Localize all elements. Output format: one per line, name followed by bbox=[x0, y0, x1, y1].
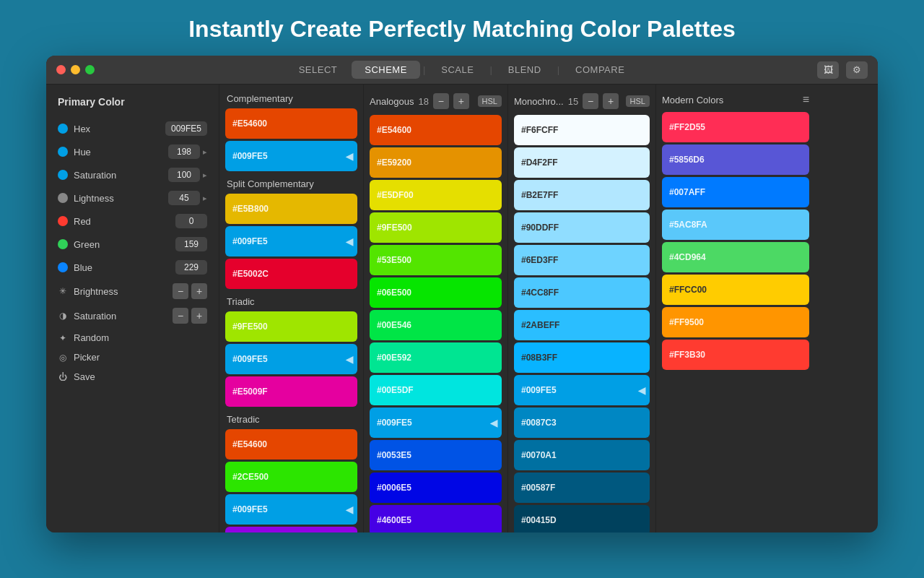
titlebar: SELECT SCHEME | SCALE | BLEND | COMPARE … bbox=[46, 56, 878, 85]
tetradic-color-3[interactable]: #9200E5 bbox=[225, 527, 357, 532]
mod-6[interactable]: #FF9500 bbox=[662, 307, 809, 337]
red-value[interactable]: 0 bbox=[175, 214, 207, 228]
ana-10[interactable]: #0053E5 bbox=[370, 440, 502, 470]
mono-0[interactable]: #F6FCFF bbox=[514, 115, 650, 145]
picker-icon: ◎ bbox=[58, 353, 68, 363]
comp-color-0[interactable]: #E54600 bbox=[225, 108, 357, 139]
hue-arrow[interactable]: ▸ bbox=[203, 147, 207, 157]
saturation-value[interactable]: 100 bbox=[168, 168, 200, 182]
analogous-col-header: Analogous 18 − + HSL bbox=[370, 93, 502, 109]
analogous-minus[interactable]: − bbox=[433, 93, 449, 109]
mono-5[interactable]: #4CC8FF bbox=[514, 277, 650, 308]
saturation2-minus[interactable]: − bbox=[173, 308, 188, 324]
hue-value[interactable]: 198 bbox=[168, 144, 200, 159]
saturation-arrow[interactable]: ▸ bbox=[203, 171, 207, 180]
ana-9[interactable]: #009FE5◀ bbox=[370, 407, 502, 438]
triadic-color-2[interactable]: #E5009F bbox=[225, 376, 357, 407]
mod-0[interactable]: #FF2D55 bbox=[662, 112, 809, 142]
tetradic-color-1[interactable]: #2CE500 bbox=[225, 462, 357, 492]
mono-1[interactable]: #D4F2FF bbox=[514, 147, 650, 178]
modern-menu-icon[interactable]: ≡ bbox=[803, 93, 809, 106]
sep1: | bbox=[423, 64, 425, 75]
titlebar-actions: 🖼 ⚙ bbox=[817, 61, 868, 79]
tetradic-color-2[interactable]: #009FE5◀ bbox=[225, 494, 357, 525]
mod-2[interactable]: #007AFF bbox=[662, 177, 809, 207]
split-color-2[interactable]: #E5002C bbox=[225, 259, 357, 289]
close-button[interactable] bbox=[56, 65, 66, 74]
ana-12[interactable]: #4600E5 bbox=[370, 505, 502, 532]
mono-12[interactable]: #00415D bbox=[514, 505, 650, 532]
green-value[interactable]: 159 bbox=[175, 237, 207, 251]
blue-value[interactable]: 229 bbox=[175, 260, 207, 275]
mono-10[interactable]: #0070A1 bbox=[514, 440, 650, 470]
ana-7[interactable]: #00E592 bbox=[370, 342, 502, 373]
red-label: Red bbox=[74, 216, 175, 227]
ana-5[interactable]: #06E500 bbox=[370, 277, 502, 308]
mono-7[interactable]: #08B3FF bbox=[514, 342, 650, 373]
maximize-button[interactable] bbox=[85, 65, 95, 74]
col-complementary: Complementary #E54600 #009FE5◀ Split Com… bbox=[219, 85, 364, 532]
ana-4[interactable]: #53E500 bbox=[370, 245, 502, 275]
saturation2-label: Saturation bbox=[74, 311, 173, 322]
triadic-color-1[interactable]: #009FE5◀ bbox=[225, 344, 357, 374]
comp-color-1[interactable]: #009FE5◀ bbox=[225, 141, 357, 171]
col-monochro: Monochro... 15 − + HSL #F6FCFF #D4F2FF #… bbox=[508, 85, 656, 532]
monochro-title: Monochro... bbox=[514, 96, 564, 107]
saturation2-plus[interactable]: + bbox=[191, 308, 207, 324]
analogous-title: Analogous bbox=[370, 96, 414, 107]
split-color-1[interactable]: #009FE5◀ bbox=[225, 226, 357, 256]
prop-blue: Blue 229 bbox=[55, 256, 210, 278]
monochro-plus[interactable]: + bbox=[603, 93, 619, 109]
triadic-color-0[interactable]: #9FE500 bbox=[225, 311, 357, 342]
ana-8[interactable]: #00E5DF bbox=[370, 375, 502, 405]
ana-3[interactable]: #9FE500 bbox=[370, 212, 502, 243]
sidebar: Primary Color Hex 009FE5 Hue 198 ▸ Satur… bbox=[46, 85, 219, 532]
tab-blend[interactable]: BLEND bbox=[495, 61, 554, 79]
mod-7[interactable]: #FF3B30 bbox=[662, 340, 809, 370]
monochro-hsl[interactable]: HSL bbox=[626, 95, 650, 107]
mono-4[interactable]: #6ED3FF bbox=[514, 245, 650, 275]
mod-3[interactable]: #5AC8FA bbox=[662, 210, 809, 240]
mono-9[interactable]: #0087C3 bbox=[514, 407, 650, 438]
mono-6[interactable]: #2ABEFF bbox=[514, 310, 650, 340]
mono-8[interactable]: #009FE5◀ bbox=[514, 375, 650, 405]
ana-6[interactable]: #00E546 bbox=[370, 310, 502, 340]
mono-3[interactable]: #90DDFF bbox=[514, 212, 650, 243]
mod-1[interactable]: #5856D6 bbox=[662, 144, 809, 175]
monochro-minus[interactable]: − bbox=[583, 93, 598, 109]
ana-2[interactable]: #E5DF00 bbox=[370, 180, 502, 210]
analogous-plus[interactable]: + bbox=[453, 93, 469, 109]
split-color-0[interactable]: #E5B800 bbox=[225, 194, 357, 224]
settings-icon[interactable]: ⚙ bbox=[846, 61, 868, 79]
green-label: Green bbox=[74, 239, 175, 250]
brightness-minus[interactable]: − bbox=[173, 283, 188, 299]
prop-red: Red 0 bbox=[55, 210, 210, 232]
tab-scheme[interactable]: SCHEME bbox=[352, 61, 420, 79]
hex-value[interactable]: 009FE5 bbox=[165, 121, 207, 136]
lightness-value[interactable]: 45 bbox=[168, 191, 200, 205]
prop-random[interactable]: ✦ Random bbox=[55, 329, 210, 347]
app-body: Primary Color Hex 009FE5 Hue 198 ▸ Satur… bbox=[46, 85, 878, 532]
prop-picker[interactable]: ◎ Picker bbox=[55, 348, 210, 366]
lightness-arrow[interactable]: ▸ bbox=[203, 194, 207, 203]
monochro-col-header: Monochro... 15 − + HSL bbox=[514, 93, 650, 109]
ana-1[interactable]: #E59200 bbox=[370, 147, 502, 178]
analogous-hsl[interactable]: HSL bbox=[478, 95, 502, 107]
mono-11[interactable]: #00587F bbox=[514, 473, 650, 503]
page-title: Instantly Create Perfectly Matching Colo… bbox=[188, 0, 736, 56]
tab-select[interactable]: SELECT bbox=[286, 61, 351, 79]
ana-0[interactable]: #E54600 bbox=[370, 115, 502, 145]
tab-scale[interactable]: SCALE bbox=[428, 61, 487, 79]
mono-2[interactable]: #B2E7FF bbox=[514, 180, 650, 210]
minimize-button[interactable] bbox=[71, 65, 80, 74]
ana-11[interactable]: #0006E5 bbox=[370, 473, 502, 503]
tetradic-color-0[interactable]: #E54600 bbox=[225, 429, 357, 460]
prop-lightness: Lightness 45 ▸ bbox=[55, 187, 210, 209]
mod-5[interactable]: #FFCC00 bbox=[662, 275, 809, 305]
mod-4[interactable]: #4CD964 bbox=[662, 242, 809, 272]
complementary-header: Complementary bbox=[225, 93, 357, 104]
prop-save[interactable]: ⏻ Save bbox=[55, 368, 210, 386]
image-icon[interactable]: 🖼 bbox=[817, 61, 839, 79]
brightness-plus[interactable]: + bbox=[191, 283, 207, 299]
tab-compare[interactable]: COMPARE bbox=[562, 61, 637, 79]
